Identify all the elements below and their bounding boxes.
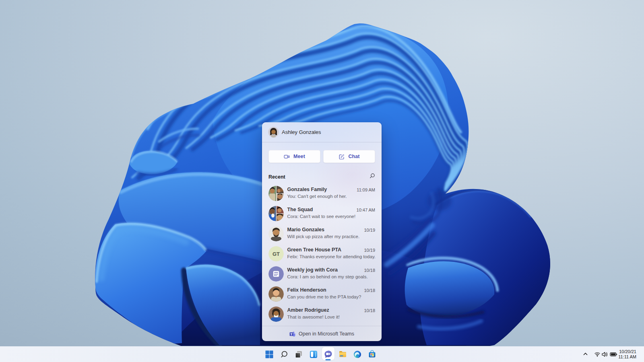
svg-text:GT: GT — [272, 251, 280, 257]
